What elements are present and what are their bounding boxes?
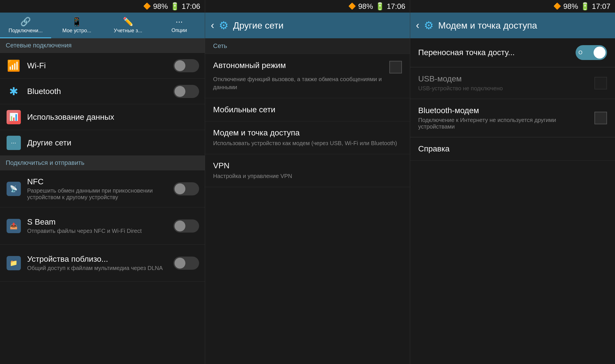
tab-my-device[interactable]: 📱 Мое устро... — [51, 13, 102, 38]
options-icon: ··· — [176, 17, 183, 26]
menu-item-wifi[interactable]: 📶 Wi-Fi — [0, 53, 205, 79]
sbeam-toggle-knob — [175, 221, 185, 231]
menu-item-nfc[interactable]: 📡 NFC Разрешить обмен данными при прикос… — [0, 170, 205, 207]
panel3-title: Модем и точка доступа — [438, 20, 537, 31]
nfc-text: NFC Разрешить обмен данными при прикосно… — [27, 177, 173, 201]
nearby-subtitle: Общий доступ к файлам мультимедиа через … — [27, 265, 173, 271]
bluetooth-toggle[interactable] — [173, 85, 199, 98]
panel-other-networks: 🔶 98% 🔋 17:06 ‹ ⚙ Другие сети Сеть Автон… — [205, 0, 410, 364]
menu-item-bluetooth-modem[interactable]: Bluetooth-модем Подключение к Интернету … — [410, 99, 615, 137]
top-nav-1: 🔗 Подключени... 📱 Мое устро... ✏️ Учетны… — [0, 13, 205, 38]
signal-icon-1: 🔶 — [143, 3, 151, 10]
bluetooth-icon: ✱ — [6, 83, 21, 99]
tab-accounts[interactable]: ✏️ Учетные з... — [103, 13, 154, 38]
panel2-header: ‹ ⚙ Другие сети — [205, 13, 410, 38]
battery-percent-1: 98% — [153, 2, 168, 11]
menu-item-modem[interactable]: Модем и точка доступа Использовать устро… — [205, 121, 410, 154]
menu-item-sbeam[interactable]: 📤 S Beam Отправить файлы через NFC и Wi-… — [0, 207, 205, 245]
section-connect-header: Подключиться и отправить — [0, 156, 205, 170]
tab-accounts-label: Учетные з... — [114, 28, 142, 34]
menu-item-usb-modem[interactable]: USB-модем USB-устройство не подключено — [410, 67, 615, 99]
mobile-networks-label: Мобильные сети — [213, 105, 275, 114]
status-bar-2: 🔶 98% 🔋 17:06 — [205, 0, 410, 13]
wifi-label: Wi-Fi — [27, 61, 173, 70]
menu-item-portable-hotspot[interactable]: Переносная точка досту... O — [410, 38, 615, 67]
settings-icon-3: ⚙ — [424, 19, 434, 32]
menu-item-help[interactable]: Справка — [410, 137, 615, 161]
settings-icon-2: ⚙ — [219, 19, 229, 32]
vpn-subtitle: Настройка и управление VPN — [213, 172, 402, 180]
other-networks-label: Другие сети — [27, 138, 199, 147]
btmodem-row: Bluetooth-модем Подключение к Интернету … — [418, 106, 607, 130]
panel-modem-hotspot: 🔶 98% 🔋 17:07 ‹ ⚙ Модем и точка доступа … — [410, 0, 615, 364]
wifi-toggle[interactable] — [173, 59, 199, 72]
btmodem-checkbox[interactable] — [594, 112, 607, 124]
status-bar-content-3: 🔶 98% 🔋 17:07 — [553, 2, 610, 11]
menu-item-mobile-networks[interactable]: Мобильные сети — [205, 98, 410, 121]
btmodem-text: Bluetooth-модем Подключение к Интернету … — [418, 106, 590, 130]
panel2-title: Другие сети — [233, 20, 284, 31]
sbeam-subtitle: Отправить файлы через NFC и Wi-Fi Direct — [27, 228, 173, 234]
nfc-label: NFC — [27, 177, 173, 186]
wifi-icon: 📶 — [6, 58, 21, 73]
airplane-row: Автономный режим — [213, 61, 402, 73]
menu-item-nearby[interactable]: 📁 Устройства поблизо... Общий доступ к ф… — [0, 245, 205, 282]
nfc-icon: 📡 — [6, 181, 21, 197]
nearby-toggle-knob — [175, 258, 185, 269]
other-networks-box-icon: ··· — [7, 136, 21, 150]
airplane-label: Автономный режим — [213, 61, 286, 70]
battery-icon-3: 🔋 — [580, 2, 590, 11]
menu-item-bluetooth[interactable]: ✱ Bluetooth — [0, 79, 205, 104]
back-button-3[interactable]: ‹ — [416, 19, 419, 31]
menu-item-data-usage[interactable]: 📊 Использование данных — [0, 104, 205, 130]
menu-item-vpn[interactable]: VPN Настройка и управление VPN — [205, 154, 410, 187]
bluetooth-label: Bluetooth — [27, 87, 173, 96]
airplane-checkbox[interactable] — [389, 61, 402, 73]
time-2: 17:06 — [387, 2, 405, 11]
nearby-box-icon: 📁 — [7, 256, 21, 270]
data-usage-icon: 📊 — [6, 109, 21, 125]
other-networks-text: Другие сети — [27, 138, 199, 147]
hotspot-toggle-label: O — [578, 50, 582, 56]
data-usage-chart-icon: 📊 — [7, 110, 21, 124]
usb-modem-label: USB-модем — [418, 74, 503, 83]
tab-connections-label: Подключени... — [9, 28, 43, 34]
nfc-toggle[interactable] — [173, 182, 199, 195]
vpn-row: VPN — [213, 161, 402, 170]
time-3: 17:07 — [592, 2, 610, 11]
back-button-2[interactable]: ‹ — [211, 19, 214, 31]
mobile-row: Мобильные сети — [213, 105, 402, 114]
sbeam-icon: 📤 — [6, 218, 21, 234]
usb-row: USB-модем USB-устройство не подключено — [418, 74, 607, 92]
panel3-header: ‹ ⚙ Модем и точка доступа — [410, 13, 615, 38]
status-bar-1: 🔶 98% 🔋 17:06 — [0, 0, 205, 13]
nearby-toggle[interactable] — [173, 257, 199, 270]
hotspot-toggle[interactable]: O — [576, 45, 607, 60]
hotspot-toggle-knob — [594, 47, 606, 59]
battery-icon-1: 🔋 — [170, 2, 179, 11]
wifi-toggle-knob — [175, 60, 185, 71]
section-network-header: Сетевые подключения — [0, 38, 205, 53]
sbeam-box-icon: 📤 — [7, 219, 21, 233]
usb-modem-subtitle: USB-устройство не подключено — [418, 85, 503, 92]
menu-item-other-networks[interactable]: ··· Другие сети — [0, 130, 205, 156]
data-usage-label: Использование данных — [27, 113, 199, 122]
sbeam-toggle[interactable] — [173, 219, 199, 233]
help-row: Справка — [418, 144, 607, 153]
status-bar-content-2: 🔶 98% 🔋 17:06 — [348, 2, 405, 11]
btmodem-subtitle: Подключение к Интернету не используется … — [418, 117, 590, 130]
bluetooth-text: Bluetooth — [27, 87, 173, 96]
connections-icon: 🔗 — [20, 17, 31, 27]
nearby-label: Устройства поблизо... — [27, 255, 173, 264]
panel-connections: 🔶 98% 🔋 17:06 🔗 Подключени... 📱 Мое устр… — [0, 0, 205, 364]
usb-modem-text: USB-модем USB-устройство не подключено — [418, 74, 503, 92]
tab-connections[interactable]: 🔗 Подключени... — [0, 13, 51, 38]
tab-options[interactable]: ··· Опции — [154, 13, 205, 38]
my-device-icon: 📱 — [71, 17, 82, 27]
hotspot-label: Переносная точка досту... — [418, 48, 515, 57]
usb-modem-checkbox[interactable] — [594, 77, 607, 89]
nfc-subtitle: Разрешить обмен данными при прикосновени… — [27, 187, 173, 201]
menu-item-airplane[interactable]: Автономный режим Отключение функций вызо… — [205, 54, 410, 98]
modem-label: Модем и точка доступа — [213, 128, 300, 137]
sbeam-text: S Beam Отправить файлы через NFC и Wi-Fi… — [27, 217, 173, 234]
